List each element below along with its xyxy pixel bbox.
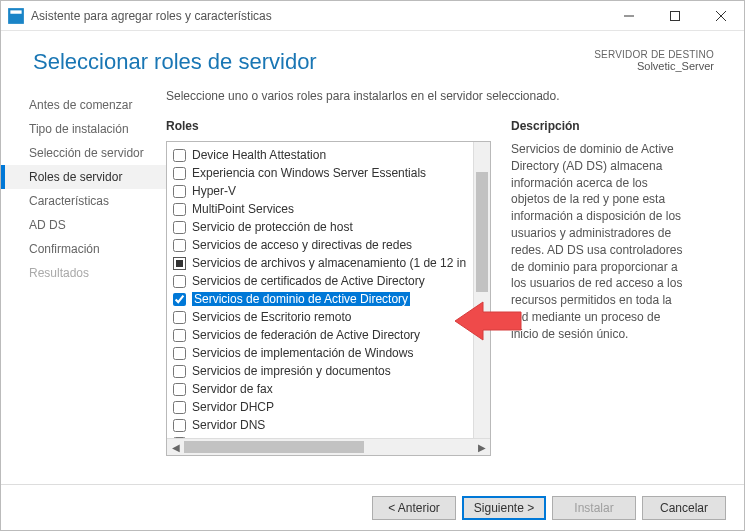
cancel-button[interactable]: Cancelar [642, 496, 726, 520]
role-item[interactable]: Servicios de dominio de Active Directory [173, 290, 488, 308]
header: Seleccionar roles de servidor SERVIDOR D… [1, 31, 744, 83]
role-checkbox[interactable] [173, 419, 186, 432]
role-checkbox[interactable] [173, 221, 186, 234]
window-title: Asistente para agregar roles y caracterí… [31, 9, 606, 23]
role-label: Servicios de federación de Active Direct… [192, 328, 420, 342]
horizontal-scrollbar[interactable]: ◀ ▶ [167, 438, 490, 455]
role-item[interactable]: Servidor de fax [173, 380, 488, 398]
role-label: Servicios de archivos y almacenamiento (… [192, 256, 466, 270]
role-checkbox[interactable] [173, 311, 186, 324]
install-button[interactable]: Instalar [552, 496, 636, 520]
role-item[interactable]: Servicio de protección de host [173, 218, 488, 236]
role-label: Experiencia con Windows Server Essential… [192, 166, 426, 180]
destination-name: Solvetic_Server [594, 60, 714, 72]
role-checkbox[interactable] [173, 149, 186, 162]
role-item[interactable]: Servicios de archivos y almacenamiento (… [173, 254, 488, 272]
vertical-scrollbar[interactable] [473, 142, 490, 438]
role-label: Servicios de implementación de Windows [192, 346, 413, 360]
role-item[interactable]: Servicios de acceso y directivas de rede… [173, 236, 488, 254]
sidebar-step-5[interactable]: AD DS [1, 213, 166, 237]
role-label: Servicios de dominio de Active Directory [192, 292, 410, 306]
wizard-footer: < Anterior Siguiente > Instalar Cancelar [1, 484, 744, 530]
role-item[interactable]: Servidor DHCP [173, 398, 488, 416]
role-checkbox[interactable] [173, 203, 186, 216]
role-label: Hyper-V [192, 184, 236, 198]
role-label: Servicios de certificados de Active Dire… [192, 274, 425, 288]
role-checkbox[interactable] [173, 365, 186, 378]
role-item[interactable]: Device Health Attestation [173, 146, 488, 164]
role-checkbox[interactable] [173, 347, 186, 360]
role-checkbox[interactable] [173, 257, 186, 270]
app-icon [7, 7, 25, 25]
role-checkbox[interactable] [173, 239, 186, 252]
wizard-sidebar: Antes de comenzarTipo de instalaciónSele… [1, 83, 166, 484]
role-checkbox[interactable] [173, 383, 186, 396]
sidebar-step-7: Resultados [1, 261, 166, 285]
horizontal-scroll-thumb[interactable] [184, 441, 364, 453]
role-checkbox[interactable] [173, 275, 186, 288]
role-checkbox[interactable] [173, 293, 186, 306]
destination-info: SERVIDOR DE DESTINO Solvetic_Server [594, 49, 714, 72]
role-label: Servicios de acceso y directivas de rede… [192, 238, 412, 252]
scroll-left-icon[interactable]: ◀ [167, 439, 184, 455]
role-checkbox[interactable] [173, 329, 186, 342]
role-item[interactable]: Experiencia con Windows Server Essential… [173, 164, 488, 182]
minimize-button[interactable] [606, 1, 652, 31]
role-label: Servicios de impresión y documentos [192, 364, 391, 378]
role-item[interactable]: MultiPoint Services [173, 200, 488, 218]
svg-rect-3 [671, 11, 680, 20]
role-label: Device Health Attestation [192, 148, 326, 162]
role-label: Servicio de protección de host [192, 220, 353, 234]
role-item[interactable]: Hyper-V [173, 182, 488, 200]
maximize-button[interactable] [652, 1, 698, 31]
roles-heading: Roles [166, 119, 491, 133]
role-checkbox[interactable] [173, 185, 186, 198]
svg-rect-1 [10, 10, 21, 13]
role-item[interactable]: Servidor DNS [173, 416, 488, 434]
role-checkbox[interactable] [173, 401, 186, 414]
role-label: MultiPoint Services [192, 202, 294, 216]
role-item[interactable]: Servicios de Escritorio remoto [173, 308, 488, 326]
role-label: Servidor de fax [192, 382, 273, 396]
role-label: Servicios de Escritorio remoto [192, 310, 351, 324]
destination-label: SERVIDOR DE DESTINO [594, 49, 714, 60]
sidebar-step-0[interactable]: Antes de comenzar [1, 93, 166, 117]
role-checkbox[interactable] [173, 167, 186, 180]
close-button[interactable] [698, 1, 744, 31]
role-item[interactable]: Servicios de impresión y documentos [173, 362, 488, 380]
role-item[interactable]: Servicios de implementación de Windows [173, 344, 488, 362]
titlebar: Asistente para agregar roles y caracterí… [1, 1, 744, 31]
role-item[interactable]: Servicios de certificados de Active Dire… [173, 272, 488, 290]
sidebar-step-6[interactable]: Confirmación [1, 237, 166, 261]
page-title: Seleccionar roles de servidor [33, 49, 317, 75]
next-button[interactable]: Siguiente > [462, 496, 546, 520]
scroll-right-icon[interactable]: ▶ [473, 439, 490, 455]
roles-listbox[interactable]: Device Health AttestationExperiencia con… [166, 141, 491, 456]
sidebar-step-3[interactable]: Roles de servidor [1, 165, 166, 189]
role-item[interactable]: Servicios de federación de Active Direct… [173, 326, 488, 344]
role-label: Servidor DNS [192, 418, 265, 432]
previous-button[interactable]: < Anterior [372, 496, 456, 520]
sidebar-step-1[interactable]: Tipo de instalación [1, 117, 166, 141]
vertical-scroll-thumb[interactable] [476, 172, 488, 292]
intro-text: Seleccione uno o varios roles para insta… [166, 89, 724, 103]
role-label: Servidor DHCP [192, 400, 274, 414]
sidebar-step-2[interactable]: Selección de servidor [1, 141, 166, 165]
description-heading: Descripción [511, 119, 686, 133]
description-text: Servicios de dominio de Active Directory… [511, 141, 686, 343]
sidebar-step-4[interactable]: Características [1, 189, 166, 213]
